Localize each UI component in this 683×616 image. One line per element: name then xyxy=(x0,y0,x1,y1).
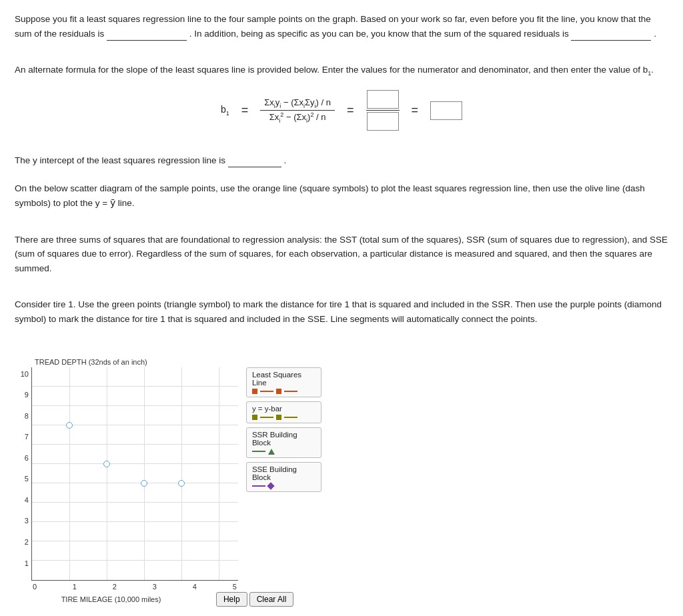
y-label-9: 9 xyxy=(25,391,29,399)
scatter-intro-text: On the below scatter diagram of the samp… xyxy=(15,183,645,208)
x-axis-labels: 0 1 2 3 4 5 xyxy=(31,583,238,591)
data-point-2 xyxy=(103,461,110,467)
tire1-text: Consider tire 1. Use the green points (t… xyxy=(15,299,662,324)
legend-sse-label: SSE Building Block xyxy=(252,465,297,481)
legend-ls-square1 xyxy=(252,389,257,394)
chart-title: TREAD DEPTH (32nds of an inch) xyxy=(15,358,321,366)
x-label-2: 2 xyxy=(113,583,117,591)
sums-text: There are three sums of squares that are… xyxy=(15,235,668,273)
numerator-input[interactable] xyxy=(367,90,399,109)
x-label-4: 4 xyxy=(193,583,197,591)
intro-paragraph2: An alternate formula for the slope of th… xyxy=(15,63,668,78)
grid-h-3 xyxy=(32,521,238,522)
x-label-1: 1 xyxy=(73,583,77,591)
x-label-0: 0 xyxy=(33,583,37,591)
legend-ls-line xyxy=(252,389,315,394)
grid-v-1 xyxy=(69,367,70,580)
legend-ssr-line xyxy=(252,449,315,455)
y-label-7: 7 xyxy=(25,433,29,441)
legend-ybar-seg1 xyxy=(260,417,273,418)
y-label-8: 8 xyxy=(25,412,29,420)
legend-ls-square2 xyxy=(276,389,281,394)
legend-ls-seg2 xyxy=(284,391,297,392)
equals3: = xyxy=(412,103,419,117)
y-label-3: 3 xyxy=(25,517,29,525)
tire1-paragraph: Consider tire 1. Use the green points (t… xyxy=(15,297,668,326)
y-label-10: 10 xyxy=(21,370,29,378)
y-intercept-text: The y intercept of the least squares reg… xyxy=(15,155,225,165)
y-axis: 10 9 8 7 6 5 4 3 2 1 xyxy=(15,367,31,581)
b1-label: b1 xyxy=(221,104,229,117)
legend-ls-seg1 xyxy=(260,391,273,392)
chart-container: TREAD DEPTH (32nds of an inch) 10 9 8 7 … xyxy=(15,358,321,607)
legend-sse-seg xyxy=(252,485,265,487)
legend-ybar-seg2 xyxy=(284,417,297,418)
grid-h-7 xyxy=(32,444,238,445)
grid-v-4 xyxy=(181,367,182,580)
grid-v-3 xyxy=(144,367,145,580)
intro-text1b: . In addition, being as specific as you … xyxy=(189,29,569,39)
equals1: = xyxy=(241,103,249,117)
blank-squared-residuals xyxy=(571,31,651,41)
b1-value-input[interactable] xyxy=(430,101,462,120)
scatter-intro: On the below scatter diagram of the samp… xyxy=(15,181,668,210)
fraction-numerator: Σxiyi − (ΣxiΣyi) / n xyxy=(260,97,335,110)
y-intercept-section: The y intercept of the least squares reg… xyxy=(15,139,668,167)
grid-h-10 xyxy=(32,386,238,387)
legend-ssr-triangle xyxy=(268,449,275,455)
legend-ssr-seg xyxy=(252,451,265,452)
equals2: = xyxy=(347,103,354,117)
grid-h-8 xyxy=(32,425,238,425)
blank-y-intercept xyxy=(228,158,281,167)
data-point-3 xyxy=(141,480,147,487)
grid-h-6 xyxy=(32,463,238,464)
formula-area: b1 = Σxiyi − (ΣxiΣyi) / n Σxi2 − (Σxi)2 … xyxy=(15,90,668,131)
legend-ybar-sq1 xyxy=(252,415,257,420)
data-point-4 xyxy=(178,480,185,487)
intro-text2a: An alternate formula for the slope of th… xyxy=(15,65,654,75)
y-label-1: 1 xyxy=(25,559,29,567)
help-button[interactable]: Help xyxy=(216,592,247,607)
data-point-1 xyxy=(66,422,73,429)
grid-h-1 xyxy=(32,560,238,561)
x-label-3: 3 xyxy=(153,583,157,591)
legend-sse-diamond xyxy=(267,482,274,489)
x-title-text: TIRE MILEAGE (10,000 miles) xyxy=(61,595,161,603)
legend-area: Least Squares Line y = y-bar SSR xyxy=(246,367,321,591)
legend-least-squares: Least Squares Line xyxy=(246,367,321,397)
grid-h-4 xyxy=(32,502,238,503)
legend-ybar-sq2 xyxy=(276,415,281,420)
denominator-input[interactable] xyxy=(367,112,399,131)
legend-sse-line xyxy=(252,483,315,489)
grid-h-9 xyxy=(32,405,238,406)
fraction-denominator: Σxi2 − (Σxi)2 / n xyxy=(265,111,330,125)
y-label-5: 5 xyxy=(25,475,29,483)
grid-v-2 xyxy=(107,367,107,580)
legend-ybar: y = y-bar xyxy=(246,401,321,423)
y-label-2: 2 xyxy=(25,538,29,546)
intro-paragraph1: Suppose you fit a least squares regressi… xyxy=(15,12,668,41)
grid-h-5 xyxy=(32,483,238,483)
chart-plot-area[interactable] xyxy=(31,367,238,581)
input-fraction xyxy=(366,90,400,131)
main-fraction: Σxiyi − (ΣxiΣyi) / n Σxi2 − (Σxi)2 / n xyxy=(260,97,335,125)
grid-v-5 xyxy=(219,367,219,580)
clear-all-button[interactable]: Clear All xyxy=(249,592,294,607)
y-intercept-end: . xyxy=(283,155,286,165)
y-label-6: 6 xyxy=(25,454,29,462)
legend-ssr-label: SSR Building Block xyxy=(252,431,297,447)
x-label-5: 5 xyxy=(233,583,237,591)
legend-ssr: SSR Building Block xyxy=(246,427,321,458)
legend-ybar-line xyxy=(252,415,315,420)
legend-ybar-label: y = y-bar xyxy=(252,405,282,413)
legend-ls-label: Least Squares Line xyxy=(252,371,301,387)
intro-text1c: . xyxy=(654,29,656,39)
legend-sse: SSE Building Block xyxy=(246,462,321,492)
blank-residuals-sum xyxy=(107,31,187,41)
x-axis-title: TIRE MILEAGE (10,000 miles) Help Clear A… xyxy=(15,592,321,607)
grid-h-2 xyxy=(32,541,238,541)
chart-inner: 10 9 8 7 6 5 4 3 2 1 xyxy=(15,367,321,591)
sums-paragraph: There are three sums of squares that are… xyxy=(15,233,668,276)
y-label-4: 4 xyxy=(25,496,29,504)
